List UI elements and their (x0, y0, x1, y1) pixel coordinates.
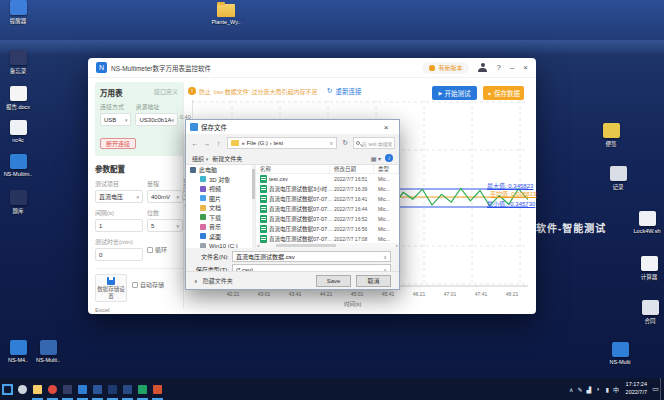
word-icon[interactable] (90, 378, 105, 400)
tree-scrollbar[interactable] (252, 165, 255, 248)
hide-folders-button[interactable]: 隐藏文件夹 (203, 276, 233, 285)
desktop-icon[interactable]: 计算器 (633, 256, 664, 281)
chrome-icon[interactable] (45, 378, 60, 400)
dialog-close-button[interactable]: × (377, 123, 395, 132)
scroll-right-icon[interactable]: ▸ (395, 243, 399, 248)
file-row[interactable]: 直流电压测试数据07-07-2022-16.44.11...2022/7/7 1… (256, 204, 399, 214)
show-desktop-button[interactable] (660, 378, 664, 400)
interval-input[interactable]: 1 (95, 219, 143, 232)
file-row[interactable]: 直流电压测试数据3小时15万条数据.csv2022/7/7 16:39Mic..… (256, 184, 399, 194)
pen-icon[interactable]: ✎ (576, 378, 585, 400)
forward-button[interactable]: → (202, 140, 212, 147)
storage-settings-button[interactable]: 数据存储设置 (95, 274, 127, 302)
reconnect-link[interactable]: 重新连接 (336, 86, 362, 96)
desktop-icon[interactable]: NS-Multi.. (32, 340, 64, 363)
user-icon[interactable] (478, 63, 487, 72)
desktop-icon[interactable]: 报告.docx (2, 86, 34, 111)
chevron-down-icon[interactable]: ∨ (330, 140, 334, 146)
chevron-down-icon[interactable]: ∨ (383, 254, 387, 260)
save-data-button[interactable]: ▲保存数据 (483, 86, 524, 100)
file-row[interactable]: 直流电压测试数据07-07-2022-16.56.16...2022/7/7 1… (256, 224, 399, 234)
breadcrumb[interactable]: « File (G:) › test ∨ (227, 137, 337, 149)
powerpoint-icon[interactable] (150, 378, 165, 400)
ime-icon[interactable]: 中 (612, 378, 621, 400)
autosave-checkbox[interactable] (132, 282, 138, 288)
tree-item[interactable]: 下载 (186, 213, 255, 223)
minimize-button[interactable]: – (510, 64, 514, 72)
desktop-icon[interactable]: nc4c (2, 120, 34, 143)
tree-item[interactable]: 音乐 (186, 222, 255, 232)
file-date: 2022/7/7 16:56 (334, 226, 378, 232)
tree-item[interactable]: 视频 (186, 184, 255, 194)
interface-link[interactable]: 接口定义 (154, 87, 178, 96)
connection-select[interactable]: USB (100, 113, 131, 126)
close-button[interactable]: × (523, 64, 528, 72)
cancel-button[interactable]: 取消 (356, 275, 391, 287)
chevron-up-icon[interactable]: ∧ (567, 378, 576, 400)
file-explorer-icon[interactable] (30, 378, 45, 400)
taskbar-clock[interactable]: 17:17:24 2022/7/7 (626, 381, 647, 396)
desktop-icon[interactable]: NS-Multim.. (2, 154, 34, 177)
desktop-icon[interactable]: 题库 (2, 190, 34, 215)
tree-item[interactable]: 文档 (186, 203, 255, 213)
view-selector[interactable]: ▦ ▾ (371, 155, 381, 162)
desktop-icon[interactable]: 便签 (595, 123, 627, 148)
tree-item[interactable]: 图片 (186, 194, 255, 204)
search-box[interactable]: 在 test 中搜索 (353, 137, 395, 149)
action-center-icon[interactable]: ▭ (651, 378, 660, 400)
desktop-icon[interactable]: Plante_Wy.. (210, 2, 242, 25)
excel-icon[interactable] (135, 378, 150, 400)
desktop-icon[interactable]: 合同 (634, 300, 664, 325)
app-dark-icon[interactable] (60, 378, 75, 400)
loop-checkbox[interactable] (147, 247, 153, 253)
file-row[interactable]: 直流电压测试数据07-07-2022-16.52.10...2022/7/7 1… (256, 214, 399, 224)
tree-item[interactable]: 此电脑 (186, 165, 255, 175)
app-titlebar: N NS-Multimeter数字万用表监控软件 有新版本 ? – × (88, 58, 536, 78)
file-row[interactable]: test.csv2022/7/7 16:51Mic... (256, 174, 399, 184)
range-select[interactable]: 400mV (147, 190, 183, 203)
save-button[interactable]: Save (316, 275, 351, 287)
scroll-left-icon[interactable]: ◂ (256, 243, 260, 248)
address-select[interactable]: US30c0b1A (135, 113, 178, 126)
vscode-icon[interactable] (75, 378, 90, 400)
tree-item[interactable]: Win10 (C:) (186, 241, 255, 248)
column-name[interactable]: 名称 (256, 165, 330, 173)
up-button[interactable]: ↑ (214, 140, 224, 147)
tree-item[interactable]: 桌面 (186, 232, 255, 242)
column-type[interactable]: 类型 (374, 165, 399, 173)
help-button[interactable]: ? (496, 64, 500, 72)
warning-text: 防止 'csv-数据文件' 过分庞大而引起内存不足 (199, 87, 318, 96)
search-icon[interactable] (15, 378, 30, 400)
start-test-button[interactable]: ▶开始测试 (432, 86, 477, 100)
filename-input[interactable]: 直流电压测试数据.csv∨ (232, 251, 391, 262)
refresh-button[interactable]: ↻ (339, 137, 351, 149)
update-badge[interactable]: 有新版本 (422, 62, 469, 74)
tree-item-icon (200, 224, 206, 230)
back-button[interactable]: ← (190, 140, 200, 147)
dialog-title: 保存文件 (201, 122, 227, 132)
desktop-icon[interactable]: NS-M4.. (2, 340, 34, 363)
organize-button[interactable]: 组织 ▾ (192, 154, 208, 163)
battery-icon[interactable]: ▮ (603, 378, 612, 400)
digits-select[interactable]: 5 (147, 219, 183, 232)
network-icon[interactable]: ▟ (585, 378, 594, 400)
tree-item[interactable]: 3D 对象 (186, 175, 255, 185)
desktop-icon[interactable]: 记录 (602, 166, 634, 191)
desktop-icon[interactable]: 提醒器 (2, 0, 34, 25)
file-row[interactable]: 直流电压测试数据07-07-2022-16.41.07...2022/7/7 1… (256, 194, 399, 204)
app-blue-icon[interactable] (120, 378, 135, 400)
horizontal-scrollbar[interactable]: ◂▸ (256, 243, 399, 248)
desktop-icon[interactable]: 备忘录 (2, 50, 34, 75)
file-type: Mic... (378, 186, 399, 192)
duration-input[interactable]: 0 (95, 248, 143, 261)
disconnect-button[interactable]: 断开连接 (100, 138, 136, 149)
new-folder-button[interactable]: 新建文件夹 (212, 154, 242, 163)
desktop-icon[interactable]: Lock4W.sh (631, 211, 663, 234)
info-icon[interactable]: i (385, 154, 393, 162)
column-date[interactable]: 修改日期 (330, 165, 374, 173)
test-item-select[interactable]: 直流电压 (95, 190, 143, 203)
desktop-icon[interactable]: NS-Multi (604, 342, 636, 365)
start-button[interactable] (0, 378, 15, 400)
volume-icon[interactable]: ◖ (594, 378, 603, 400)
app-navy-icon[interactable] (105, 378, 120, 400)
